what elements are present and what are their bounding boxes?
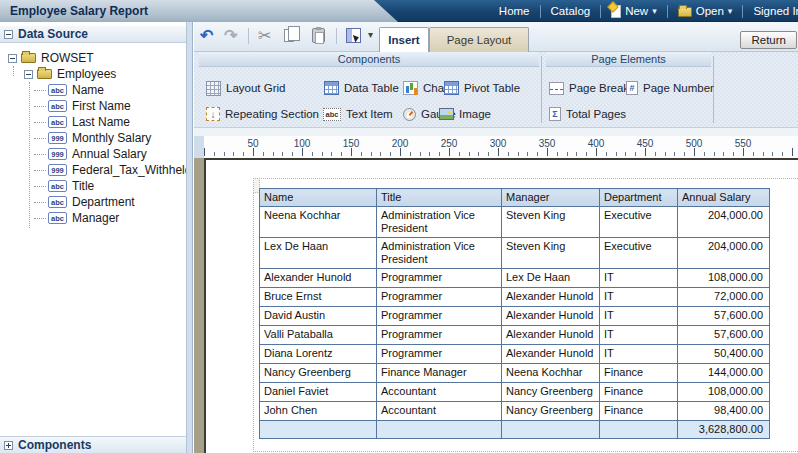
cell[interactable]: 98,400.00 bbox=[678, 402, 770, 421]
tab-page-layout[interactable]: Page Layout bbox=[429, 27, 529, 52]
cell[interactable]: Lex De Haan bbox=[502, 269, 600, 288]
cell[interactable]: Nancy Greenberg bbox=[502, 383, 600, 402]
cell[interactable]: 144,000.00 bbox=[678, 364, 770, 383]
cell[interactable]: Diana Lorentz bbox=[260, 345, 377, 364]
tree-field-title[interactable]: abc Title bbox=[0, 178, 186, 194]
cell[interactable]: Finance bbox=[600, 383, 678, 402]
nav-home[interactable]: Home bbox=[489, 5, 540, 17]
expand-icon[interactable] bbox=[4, 441, 13, 450]
cell[interactable] bbox=[377, 421, 502, 439]
tree-field-last-name[interactable]: abc Last Name bbox=[0, 114, 186, 130]
cell[interactable]: IT bbox=[600, 269, 678, 288]
cell[interactable]: IT bbox=[600, 307, 678, 326]
collapse-icon[interactable] bbox=[8, 54, 17, 63]
undo-button[interactable]: ↶ bbox=[200, 26, 213, 46]
cell[interactable]: Administration Vice President bbox=[377, 238, 502, 269]
cell[interactable]: 50,400.00 bbox=[678, 345, 770, 364]
cell[interactable]: Programmer bbox=[377, 326, 502, 345]
cell[interactable]: Programmer bbox=[377, 269, 502, 288]
cell[interactable]: Steven King bbox=[502, 207, 600, 238]
tree-field-department[interactable]: abc Department bbox=[0, 194, 186, 210]
cell[interactable]: Finance bbox=[600, 364, 678, 383]
cell[interactable]: Alexander Hunold bbox=[502, 345, 600, 364]
cell[interactable]: Programmer bbox=[377, 288, 502, 307]
page-break-button[interactable]: Page Break bbox=[549, 78, 629, 98]
cell[interactable]: IT bbox=[600, 288, 678, 307]
tree-field-name[interactable]: abc Name bbox=[0, 82, 186, 98]
cell[interactable]: Alexander Hunold bbox=[502, 307, 600, 326]
cell[interactable] bbox=[600, 421, 678, 439]
total-cell[interactable]: 3,628,800.00 bbox=[678, 421, 770, 439]
layout-view-button[interactable] bbox=[346, 28, 361, 43]
cell[interactable]: Finance Manager bbox=[377, 364, 502, 383]
nav-catalog[interactable]: Catalog bbox=[541, 5, 601, 17]
page-number-button[interactable]: # Page Number bbox=[626, 78, 714, 98]
column-header[interactable]: Annual Salary bbox=[678, 189, 770, 207]
total-pages-button[interactable]: Σ Total Pages bbox=[549, 104, 626, 124]
text-item-button[interactable]: abc Text Item bbox=[323, 104, 393, 124]
cell[interactable]: 204,000.00 bbox=[678, 207, 770, 238]
cell[interactable]: Executive bbox=[600, 238, 678, 269]
cell[interactable]: Nancy Greenberg bbox=[260, 364, 377, 383]
cell[interactable]: Nancy Greenberg bbox=[502, 402, 600, 421]
tree-field-federal-tax-withheld[interactable]: 999 Federal_Tax_Withheld bbox=[0, 162, 186, 178]
copy-button[interactable] bbox=[284, 29, 294, 42]
cell[interactable]: Finance bbox=[600, 402, 678, 421]
collapse-icon[interactable] bbox=[24, 70, 33, 79]
cell[interactable] bbox=[260, 421, 377, 439]
tree-field-manager[interactable]: abc Manager bbox=[0, 210, 186, 226]
cell[interactable]: 72,000.00 bbox=[678, 288, 770, 307]
tree-node-rowset[interactable]: ROWSET bbox=[0, 50, 186, 66]
cell[interactable]: Programmer bbox=[377, 307, 502, 326]
tree-field-first-name[interactable]: abc First Name bbox=[0, 98, 186, 114]
cell[interactable]: John Chen bbox=[260, 402, 377, 421]
cell[interactable]: Accountant bbox=[377, 402, 502, 421]
cell[interactable] bbox=[502, 421, 600, 439]
return-button[interactable]: Return bbox=[740, 31, 797, 49]
column-header[interactable]: Department bbox=[600, 189, 678, 207]
cell[interactable]: Alexander Hunold bbox=[260, 269, 377, 288]
image-button[interactable]: Image bbox=[439, 104, 491, 124]
layout-grid-button[interactable]: Layout Grid bbox=[206, 78, 285, 98]
cell[interactable]: IT bbox=[600, 326, 678, 345]
cell[interactable]: Daniel Faviet bbox=[260, 383, 377, 402]
cell[interactable]: 57,600.00 bbox=[678, 326, 770, 345]
cell[interactable]: Steven King bbox=[502, 238, 600, 269]
data-table-button[interactable]: Data Table bbox=[324, 78, 399, 98]
cell[interactable]: 57,600.00 bbox=[678, 307, 770, 326]
cell[interactable]: Neena Kochhar bbox=[260, 207, 377, 238]
cut-button[interactable]: ✂ bbox=[258, 26, 271, 46]
cell[interactable]: 204,000.00 bbox=[678, 238, 770, 269]
cell[interactable]: 108,000.00 bbox=[678, 383, 770, 402]
paste-button[interactable] bbox=[312, 28, 325, 43]
data-source-accordion[interactable]: Data Source bbox=[0, 26, 186, 43]
cell[interactable]: 108,000.00 bbox=[678, 269, 770, 288]
cell[interactable]: Programmer bbox=[377, 345, 502, 364]
cell[interactable]: IT bbox=[600, 345, 678, 364]
cell[interactable]: David Austin bbox=[260, 307, 377, 326]
chevron-down-icon[interactable]: ▾ bbox=[368, 29, 373, 40]
cell[interactable]: Neena Kochhar bbox=[502, 364, 600, 383]
collapse-icon[interactable] bbox=[4, 30, 13, 39]
repeating-section-button[interactable]: ↓ Repeating Section bbox=[206, 104, 319, 124]
column-header[interactable]: Name bbox=[260, 189, 377, 207]
cell[interactable]: Bruce Ernst bbox=[260, 288, 377, 307]
tree-field-annual-salary[interactable]: 999 Annual Salary bbox=[0, 146, 186, 162]
column-header[interactable]: Manager bbox=[502, 189, 600, 207]
cell[interactable]: Lex De Haan bbox=[260, 238, 377, 269]
cell[interactable]: Valli Pataballa bbox=[260, 326, 377, 345]
cell[interactable]: Administration Vice President bbox=[377, 207, 502, 238]
cell[interactable]: Accountant bbox=[377, 383, 502, 402]
components-accordion[interactable]: Components bbox=[0, 436, 186, 453]
tree-field-monthly-salary[interactable]: 999 Monthly Salary bbox=[0, 130, 186, 146]
tab-insert[interactable]: Insert bbox=[379, 27, 429, 52]
cell[interactable]: Alexander Hunold bbox=[502, 326, 600, 345]
pivot-table-button[interactable]: Pivot Table bbox=[444, 78, 520, 98]
nav-signed-in[interactable]: Signed In bbox=[743, 5, 798, 17]
tree-node-employees[interactable]: Employees bbox=[0, 66, 186, 82]
nav-new-menu[interactable]: New▾ bbox=[601, 5, 667, 18]
redo-button[interactable]: ↷ bbox=[224, 26, 237, 46]
cell[interactable]: Executive bbox=[600, 207, 678, 238]
nav-open-menu[interactable]: Open▾ bbox=[668, 5, 743, 17]
column-header[interactable]: Title bbox=[377, 189, 502, 207]
